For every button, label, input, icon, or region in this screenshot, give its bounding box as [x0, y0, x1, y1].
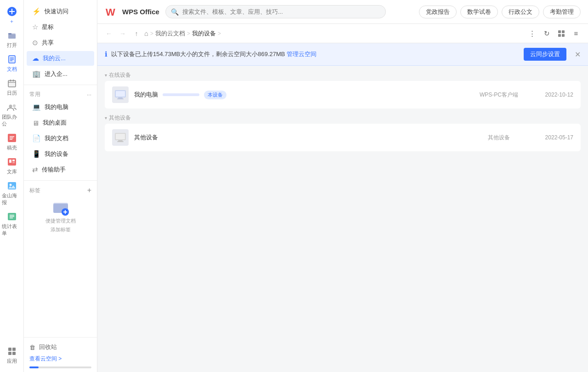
topbar-tag-3[interactable]: 考勤管理: [543, 6, 581, 18]
topbar: W WPS Office 🔍 党政报告 数学试卷 行政公文 考勤管理: [97, 0, 588, 24]
docs-button[interactable]: 文档: [0, 52, 23, 75]
sidebar-item-desktop[interactable]: 🖥 我的桌面: [27, 115, 94, 130]
pc-icon: 💻: [32, 103, 41, 111]
desktop-label: 我的桌面: [43, 119, 67, 127]
section-tags-label: 标签: [29, 187, 40, 195]
sidebar-section-common: 常用 ···: [24, 88, 97, 99]
breadcrumb-view-btn[interactable]: [555, 27, 568, 40]
calendar-label: 日历: [7, 90, 17, 97]
sidebar-item-quickaccess[interactable]: ⚡ 快速访问: [27, 4, 94, 19]
breadcrumb-item-0[interactable]: 我的云文档: [155, 29, 185, 38]
library-icon: [7, 157, 17, 167]
close-banner-btn[interactable]: ✕: [575, 50, 581, 59]
breadcrumb-bar: ← → ↑ ⌂ > 我的云文档 > 我的设备 > ⋮ ↻ ≡: [97, 24, 588, 43]
open-button[interactable]: 打开: [0, 28, 23, 52]
sidebar-item-enterprise[interactable]: 🏢 进入企...: [27, 67, 94, 81]
sidebar-item-mydocs[interactable]: 📄 我的文档: [27, 131, 94, 146]
breadcrumb-sep-0: >: [150, 30, 153, 37]
topbar-tag-1[interactable]: 数学试卷: [460, 6, 498, 18]
svg-rect-50: [117, 98, 124, 99]
enterprise-icon: 🏢: [32, 70, 41, 78]
calendar-icon: [7, 78, 17, 88]
offline-collapse-icon[interactable]: ▾: [105, 115, 107, 120]
nav-forward-btn[interactable]: →: [117, 28, 129, 40]
library-button[interactable]: 文库: [0, 154, 23, 178]
form-label: 统计表单: [2, 223, 22, 237]
svg-rect-43: [558, 30, 561, 33]
svg-rect-35: [12, 352, 16, 355]
sidebar-item-star[interactable]: ☆ 星标: [27, 20, 94, 34]
device-date-offline-0: 2022-05-17: [527, 134, 573, 141]
online-collapse-icon[interactable]: ▾: [105, 73, 107, 78]
app-name: WPS Office: [122, 8, 159, 16]
svg-rect-22: [8, 158, 16, 166]
topbar-tag-0[interactable]: 党政报告: [419, 6, 457, 18]
apps-button[interactable]: 应用: [0, 343, 23, 367]
nav-home-btn[interactable]: ⌂: [144, 29, 148, 37]
svg-rect-44: [562, 30, 565, 33]
desktop-icon: 🖥: [32, 119, 39, 127]
poster-button[interactable]: 金山海报: [0, 178, 23, 209]
svg-rect-25: [12, 162, 15, 163]
icon-bar: ＋ 打开 文档 日历 团队办公 稿壳 文库: [0, 0, 24, 372]
svg-point-17: [13, 104, 16, 107]
apps-label: 应用: [7, 358, 17, 365]
breadcrumb-expand-btn[interactable]: ⋮: [526, 27, 538, 40]
device-row-online-0[interactable]: 我的电脑 本设备 WPS-PC客户端 2022-10-12: [105, 81, 581, 109]
online-title-label: 在线设备: [109, 71, 131, 79]
transfer-label: 传输助手: [42, 166, 66, 174]
mydevice-icon: 📱: [32, 150, 41, 158]
svg-rect-11: [8, 80, 16, 87]
sidebar-divider-2: [24, 180, 97, 181]
section-common-more[interactable]: ···: [87, 92, 91, 98]
recycle-bin[interactable]: 🗑 回收站: [29, 341, 91, 353]
sidebar-item-mydevice[interactable]: 📱 我的设备: [27, 147, 94, 161]
search-bar: 🔍: [165, 5, 386, 18]
poster-icon: [7, 181, 17, 191]
new-button[interactable]: ＋: [0, 4, 23, 28]
recycle-icon: 🗑: [29, 344, 35, 351]
add-tag-btn[interactable]: +: [87, 186, 91, 195]
breadcrumb-filter-btn[interactable]: ≡: [570, 27, 582, 40]
new-icon: [7, 6, 17, 17]
calendar-button[interactable]: 日历: [0, 75, 23, 99]
device-row-offline-0[interactable]: 其他设备 其他设备 2022-05-17: [105, 124, 581, 151]
search-input[interactable]: [165, 5, 386, 18]
cloud-progress-bar: [29, 366, 91, 368]
svg-rect-34: [8, 352, 11, 355]
svg-rect-4: [8, 34, 16, 39]
share-label: 共享: [42, 39, 54, 47]
sidebar-item-transfer[interactable]: ⇄ 传输助手: [27, 162, 94, 177]
breadcrumb-item-1[interactable]: 我的设备: [192, 29, 216, 38]
draft-button[interactable]: 稿壳: [0, 130, 23, 154]
add-tag-label: 添加标签: [51, 226, 71, 233]
search-icon: 🔍: [171, 8, 179, 16]
sidebar-item-mycloud[interactable]: ☁ 我的云...: [27, 51, 94, 66]
sidebar-item-share[interactable]: ⊙ 共享: [27, 35, 94, 50]
cloud-progress-fill: [29, 366, 39, 368]
topbar-tag-2[interactable]: 行政公文: [502, 6, 539, 18]
sync-btn[interactable]: 云同步设置: [524, 48, 566, 61]
quickaccess-icon: ⚡: [32, 7, 41, 16]
breadcrumb-refresh-btn[interactable]: ↻: [540, 27, 553, 40]
nav-back-btn[interactable]: ←: [103, 28, 115, 40]
tag-add-area[interactable]: 便捷管理文档 添加标签: [24, 195, 97, 237]
quickaccess-label: 快速访问: [45, 7, 68, 16]
nav-up-btn[interactable]: ↑: [130, 28, 142, 40]
svg-rect-49: [118, 97, 123, 98]
enterprise-label: 进入企...: [45, 70, 68, 78]
device-thumb-offline-0: [112, 129, 129, 146]
mydocs-icon: 📄: [32, 134, 41, 143]
sidebar-item-pc[interactable]: 💻 我的电脑: [27, 100, 94, 114]
team-label: 团队办公: [2, 114, 22, 127]
manage-cloud-link[interactable]: 管理云空间: [287, 51, 317, 57]
open-label: 打开: [7, 42, 17, 49]
info-icon: ℹ: [105, 50, 107, 58]
form-button[interactable]: 统计表单: [0, 209, 23, 240]
tag-helper-label: 便捷管理文档: [45, 217, 76, 224]
poster-label: 金山海报: [2, 192, 22, 206]
offline-section-title: ▾ 其他设备: [97, 109, 588, 124]
svg-point-27: [9, 184, 11, 186]
cloud-space-link[interactable]: 查看云空间 >: [29, 353, 91, 365]
team-button[interactable]: 团队办公: [0, 99, 23, 130]
